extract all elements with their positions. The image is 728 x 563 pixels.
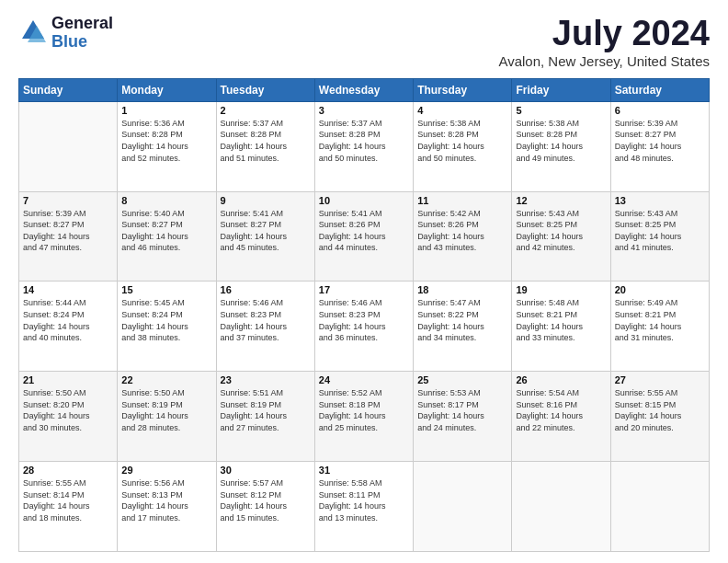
day-number: 30 [221, 465, 311, 476]
day-info: Sunrise: 5:47 AM Sunset: 8:22 PM Dayligh… [417, 297, 507, 343]
day-number: 13 [615, 195, 705, 206]
week-row-5: 28Sunrise: 5:55 AM Sunset: 8:14 PM Dayli… [19, 462, 710, 552]
day-number: 16 [221, 284, 311, 295]
day-info: Sunrise: 5:46 AM Sunset: 8:23 PM Dayligh… [319, 297, 409, 343]
day-info: Sunrise: 5:40 AM Sunset: 8:27 PM Dayligh… [121, 208, 211, 254]
calendar-cell: 3Sunrise: 5:37 AM Sunset: 8:28 PM Daylig… [314, 101, 413, 191]
calendar-cell: 14Sunrise: 5:44 AM Sunset: 8:24 PM Dayli… [19, 282, 118, 372]
calendar-header-row: Sunday Monday Tuesday Wednesday Thursday… [19, 78, 710, 101]
day-info: Sunrise: 5:50 AM Sunset: 8:19 PM Dayligh… [121, 387, 211, 433]
day-info: Sunrise: 5:55 AM Sunset: 8:14 PM Dayligh… [23, 477, 113, 523]
day-number: 20 [615, 284, 705, 295]
day-number: 3 [319, 105, 409, 116]
day-info: Sunrise: 5:54 AM Sunset: 8:16 PM Dayligh… [516, 387, 606, 433]
day-number: 17 [319, 284, 409, 295]
calendar-cell: 6Sunrise: 5:39 AM Sunset: 8:27 PM Daylig… [610, 101, 709, 191]
calendar-cell: 12Sunrise: 5:43 AM Sunset: 8:25 PM Dayli… [512, 191, 610, 282]
calendar-cell: 2Sunrise: 5:37 AM Sunset: 8:28 PM Daylig… [216, 101, 314, 191]
calendar-cell [19, 101, 118, 191]
main-title: July 2024 [498, 15, 710, 53]
calendar-cell: 13Sunrise: 5:43 AM Sunset: 8:25 PM Dayli… [610, 191, 709, 282]
day-number: 26 [516, 374, 606, 385]
day-number: 10 [319, 195, 409, 206]
day-number: 11 [417, 195, 507, 206]
calendar-table: Sunday Monday Tuesday Wednesday Thursday… [18, 78, 710, 552]
day-number: 6 [615, 105, 705, 116]
col-saturday: Saturday [610, 78, 709, 101]
day-info: Sunrise: 5:56 AM Sunset: 8:13 PM Dayligh… [121, 477, 211, 523]
day-info: Sunrise: 5:53 AM Sunset: 8:17 PM Dayligh… [417, 387, 507, 433]
calendar-cell: 21Sunrise: 5:50 AM Sunset: 8:20 PM Dayli… [19, 372, 118, 462]
calendar-cell: 18Sunrise: 5:47 AM Sunset: 8:22 PM Dayli… [414, 282, 512, 372]
calendar-cell: 26Sunrise: 5:54 AM Sunset: 8:16 PM Dayli… [512, 372, 610, 462]
day-number: 5 [516, 105, 606, 116]
col-sunday: Sunday [19, 78, 118, 101]
day-number: 15 [121, 284, 211, 295]
col-thursday: Thursday [414, 78, 512, 101]
calendar-cell: 29Sunrise: 5:56 AM Sunset: 8:13 PM Dayli… [118, 462, 216, 552]
week-row-1: 1Sunrise: 5:36 AM Sunset: 8:28 PM Daylig… [19, 101, 710, 191]
day-info: Sunrise: 5:41 AM Sunset: 8:26 PM Dayligh… [319, 208, 409, 254]
calendar-cell: 17Sunrise: 5:46 AM Sunset: 8:23 PM Dayli… [314, 282, 413, 372]
day-info: Sunrise: 5:58 AM Sunset: 8:11 PM Dayligh… [319, 477, 409, 523]
day-info: Sunrise: 5:39 AM Sunset: 8:27 PM Dayligh… [23, 208, 113, 254]
day-info: Sunrise: 5:38 AM Sunset: 8:28 PM Dayligh… [516, 118, 606, 164]
page: General Blue July 2024 Avalon, New Jerse… [0, 0, 728, 563]
day-number: 7 [23, 195, 113, 206]
day-number: 12 [516, 195, 606, 206]
calendar-cell: 31Sunrise: 5:58 AM Sunset: 8:11 PM Dayli… [314, 462, 413, 552]
calendar-cell: 22Sunrise: 5:50 AM Sunset: 8:19 PM Dayli… [118, 372, 216, 462]
logo-general: General [51, 15, 113, 33]
day-number: 14 [23, 284, 113, 295]
day-info: Sunrise: 5:51 AM Sunset: 8:19 PM Dayligh… [221, 387, 311, 433]
day-info: Sunrise: 5:42 AM Sunset: 8:26 PM Dayligh… [417, 208, 507, 254]
day-info: Sunrise: 5:38 AM Sunset: 8:28 PM Dayligh… [417, 118, 507, 164]
week-row-3: 14Sunrise: 5:44 AM Sunset: 8:24 PM Dayli… [19, 282, 710, 372]
day-info: Sunrise: 5:43 AM Sunset: 8:25 PM Dayligh… [516, 208, 606, 254]
header: General Blue July 2024 Avalon, New Jerse… [18, 15, 710, 69]
col-wednesday: Wednesday [314, 78, 413, 101]
title-block: July 2024 Avalon, New Jersey, United Sta… [498, 15, 710, 69]
day-number: 22 [121, 374, 211, 385]
calendar-cell: 24Sunrise: 5:52 AM Sunset: 8:18 PM Dayli… [314, 372, 413, 462]
day-info: Sunrise: 5:37 AM Sunset: 8:28 PM Dayligh… [319, 118, 409, 164]
logo-icon [18, 17, 48, 46]
calendar-cell: 23Sunrise: 5:51 AM Sunset: 8:19 PM Dayli… [216, 372, 314, 462]
day-info: Sunrise: 5:48 AM Sunset: 8:21 PM Dayligh… [516, 297, 606, 343]
calendar-cell: 27Sunrise: 5:55 AM Sunset: 8:15 PM Dayli… [610, 372, 709, 462]
calendar-cell: 9Sunrise: 5:41 AM Sunset: 8:27 PM Daylig… [216, 191, 314, 282]
calendar-cell: 7Sunrise: 5:39 AM Sunset: 8:27 PM Daylig… [19, 191, 118, 282]
calendar-cell: 25Sunrise: 5:53 AM Sunset: 8:17 PM Dayli… [414, 372, 512, 462]
day-info: Sunrise: 5:49 AM Sunset: 8:21 PM Dayligh… [615, 297, 705, 343]
calendar-cell [512, 462, 610, 552]
subtitle: Avalon, New Jersey, United States [498, 53, 710, 69]
calendar-cell: 1Sunrise: 5:36 AM Sunset: 8:28 PM Daylig… [118, 101, 216, 191]
day-number: 24 [319, 374, 409, 385]
day-number: 8 [121, 195, 211, 206]
logo-blue: Blue [51, 33, 113, 52]
week-row-4: 21Sunrise: 5:50 AM Sunset: 8:20 PM Dayli… [19, 372, 710, 462]
day-info: Sunrise: 5:44 AM Sunset: 8:24 PM Dayligh… [23, 297, 113, 343]
calendar-cell [610, 462, 709, 552]
day-number: 23 [221, 374, 311, 385]
week-row-2: 7Sunrise: 5:39 AM Sunset: 8:27 PM Daylig… [19, 191, 710, 282]
day-number: 18 [417, 284, 507, 295]
day-number: 9 [221, 195, 311, 206]
col-friday: Friday [512, 78, 610, 101]
calendar-cell: 11Sunrise: 5:42 AM Sunset: 8:26 PM Dayli… [414, 191, 512, 282]
day-info: Sunrise: 5:50 AM Sunset: 8:20 PM Dayligh… [23, 387, 113, 433]
calendar-cell: 15Sunrise: 5:45 AM Sunset: 8:24 PM Dayli… [118, 282, 216, 372]
day-number: 25 [417, 374, 507, 385]
day-number: 1 [121, 105, 211, 116]
day-info: Sunrise: 5:57 AM Sunset: 8:12 PM Dayligh… [221, 477, 311, 523]
calendar-cell: 16Sunrise: 5:46 AM Sunset: 8:23 PM Dayli… [216, 282, 314, 372]
calendar-cell: 20Sunrise: 5:49 AM Sunset: 8:21 PM Dayli… [610, 282, 709, 372]
calendar-cell: 4Sunrise: 5:38 AM Sunset: 8:28 PM Daylig… [414, 101, 512, 191]
day-number: 21 [23, 374, 113, 385]
calendar-cell: 5Sunrise: 5:38 AM Sunset: 8:28 PM Daylig… [512, 101, 610, 191]
day-info: Sunrise: 5:55 AM Sunset: 8:15 PM Dayligh… [615, 387, 705, 433]
day-info: Sunrise: 5:45 AM Sunset: 8:24 PM Dayligh… [121, 297, 211, 343]
col-tuesday: Tuesday [216, 78, 314, 101]
day-number: 31 [319, 465, 409, 476]
calendar-cell: 8Sunrise: 5:40 AM Sunset: 8:27 PM Daylig… [118, 191, 216, 282]
